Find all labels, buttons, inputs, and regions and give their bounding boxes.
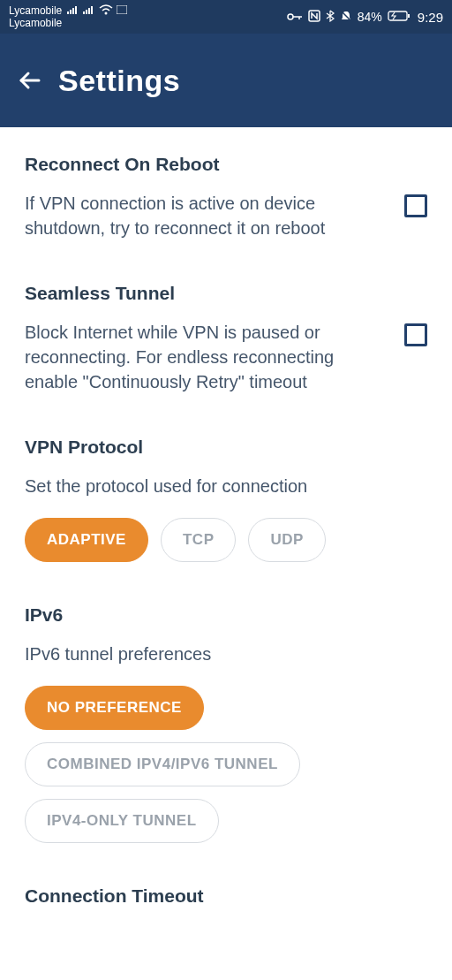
back-button[interactable] xyxy=(18,68,42,93)
wifi-icon xyxy=(99,4,113,18)
ipv6-option-combined[interactable]: COMBINED IPV4/IPV6 TUNNEL xyxy=(25,742,300,786)
status-left: Lycamobile Lycamobile xyxy=(9,4,127,29)
section-reconnect: Reconnect On Reboot If VPN connection is… xyxy=(25,154,427,240)
sim-icon xyxy=(117,5,127,17)
ipv6-option-nopref[interactable]: NO PREFERENCE xyxy=(25,686,204,730)
protocol-desc: Set the protocol used for connection xyxy=(25,474,427,498)
svg-rect-4 xyxy=(83,11,85,14)
svg-rect-3 xyxy=(75,6,77,14)
status-bar: Lycamobile Lycamobile xyxy=(0,0,452,34)
svg-rect-7 xyxy=(91,6,93,14)
bell-off-icon xyxy=(340,10,352,25)
svg-rect-2 xyxy=(72,8,74,14)
protocol-title: VPN Protocol xyxy=(25,437,427,458)
svg-rect-5 xyxy=(86,10,87,14)
section-protocol: VPN Protocol Set the protocol used for c… xyxy=(25,437,427,562)
section-timeout: Connection Timeout xyxy=(25,885,427,907)
svg-point-10 xyxy=(288,14,293,19)
battery-icon xyxy=(388,10,411,25)
seamless-desc: Block Internet while VPN is paused or re… xyxy=(25,320,387,394)
svg-point-8 xyxy=(105,11,108,14)
reconnect-checkbox[interactable] xyxy=(404,194,427,217)
clock: 9:29 xyxy=(418,10,443,25)
svg-rect-0 xyxy=(67,11,69,14)
svg-rect-6 xyxy=(88,8,90,14)
svg-rect-16 xyxy=(408,14,410,18)
svg-rect-9 xyxy=(117,5,127,14)
content: Reconnect On Reboot If VPN connection is… xyxy=(0,127,452,907)
bluetooth-icon xyxy=(326,10,335,25)
section-seamless: Seamless Tunnel Block Internet while VPN… xyxy=(25,283,427,394)
protocol-option-udp[interactable]: UDP xyxy=(248,518,325,562)
carrier-1: Lycamobile xyxy=(9,5,62,17)
section-ipv6: IPv6 IPv6 tunnel preferences NO PREFEREN… xyxy=(25,604,427,843)
signal-icon xyxy=(83,5,95,17)
seamless-checkbox[interactable] xyxy=(404,323,427,346)
arrow-left-icon xyxy=(18,68,42,93)
signal-icon xyxy=(67,5,79,17)
ipv6-title: IPv6 xyxy=(25,604,427,626)
page-title: Settings xyxy=(58,64,180,98)
key-icon xyxy=(287,10,303,24)
seamless-title: Seamless Tunnel xyxy=(25,283,427,304)
timeout-title: Connection Timeout xyxy=(25,885,427,907)
carrier-2: Lycamobile xyxy=(9,18,62,29)
protocol-option-adaptive[interactable]: ADAPTIVE xyxy=(25,518,148,562)
svg-rect-1 xyxy=(70,10,72,14)
reconnect-title: Reconnect On Reboot xyxy=(25,154,427,175)
app-bar: Settings xyxy=(0,34,452,127)
protocol-option-tcp[interactable]: TCP xyxy=(161,518,237,562)
nfc-icon xyxy=(308,10,320,25)
status-right: 84% 9:29 xyxy=(287,10,443,25)
reconnect-desc: If VPN connection is active on device sh… xyxy=(25,191,387,240)
battery-percent: 84% xyxy=(358,10,382,24)
svg-rect-15 xyxy=(388,11,407,20)
ipv6-option-ipv4only[interactable]: IPV4-ONLY TUNNEL xyxy=(25,799,219,843)
ipv6-desc: IPv6 tunnel preferences xyxy=(25,642,427,666)
